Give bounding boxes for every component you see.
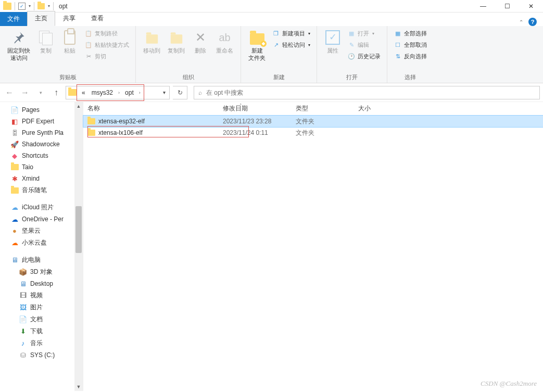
column-size[interactable]: 大小 xyxy=(358,104,400,113)
scroll-thumb[interactable] xyxy=(75,206,82,253)
sidebar-scrollbar[interactable]: ▲ ▼ xyxy=(74,102,83,391)
ribbon-collapse-icon[interactable]: ⌃ xyxy=(519,19,523,25)
address-bar[interactable]: « msys32 › opt › ▾ xyxy=(66,86,170,99)
sidebar-item-icon: ⬇ xyxy=(19,327,27,336)
sidebar-item-label: 音乐 xyxy=(30,339,43,348)
sidebar-item[interactable]: ☁iCloud 照片 xyxy=(0,201,83,213)
refresh-button[interactable]: ↻ xyxy=(173,86,187,99)
move-to-button[interactable]: 移动到 xyxy=(140,28,163,55)
recent-dropdown[interactable]: ▾ xyxy=(34,86,47,99)
breadcrumb-prefix[interactable]: « xyxy=(79,86,89,99)
scroll-up-icon[interactable]: ▲ xyxy=(74,102,83,110)
sidebar-item-label: 坚果云 xyxy=(22,226,41,235)
chevron-right-icon[interactable]: › xyxy=(116,90,122,95)
file-row[interactable]: xtensa-esp32-elf 2023/11/23 23:28 文件夹 xyxy=(83,116,543,127)
edit-button[interactable]: ✎编辑 xyxy=(345,40,383,50)
column-name[interactable]: 名称 xyxy=(87,104,223,113)
sidebar-item[interactable]: ◧PDF Expert xyxy=(0,116,83,127)
tab-view[interactable]: 查看 xyxy=(83,11,111,26)
file-type: 文件夹 xyxy=(296,129,358,137)
column-date[interactable]: 修改日期 xyxy=(223,104,296,113)
sidebar-item-label: Desktop xyxy=(30,280,53,287)
column-headers[interactable]: 名称 修改日期 类型 大小 ˄ xyxy=(83,102,543,116)
qat-checkbox-icon[interactable]: ✓ xyxy=(18,3,26,10)
group-label-clipboard: 剪贴板 xyxy=(4,73,131,82)
sidebar-item[interactable]: 🖥此电脑 xyxy=(0,254,83,266)
back-button[interactable]: ← xyxy=(3,86,16,99)
sidebar-item[interactable]: ◆Shortcuts xyxy=(0,150,83,161)
copy-label: 复制 xyxy=(40,47,52,54)
forward-button[interactable]: → xyxy=(19,86,31,99)
breadcrumb-seg-msys32[interactable]: msys32 xyxy=(89,86,116,99)
easy-access-button[interactable]: ↗轻松访问▾ xyxy=(270,40,312,50)
nav-bar: ← → ▾ ↑ « msys32 › opt › ▾ ↻ ⌕ xyxy=(0,83,543,102)
paste-button[interactable]: 粘贴 xyxy=(58,28,81,55)
pin-to-quick-access-button[interactable]: 固定到快 速访问 xyxy=(4,28,33,63)
breadcrumb-seg-opt[interactable]: opt xyxy=(122,86,137,99)
sidebar-item-label: 图片 xyxy=(30,303,43,312)
invert-selection-button[interactable]: ⇅反向选择 xyxy=(392,51,429,61)
group-label-open: 打开 xyxy=(321,73,383,82)
open-button[interactable]: ▦打开▾ xyxy=(345,28,383,39)
column-type[interactable]: 类型 xyxy=(296,104,358,113)
sidebar-item[interactable]: ☁OneDrive - Per xyxy=(0,213,83,225)
up-button[interactable]: ↑ xyxy=(50,86,62,99)
tab-file[interactable]: 文件 xyxy=(0,12,27,26)
sidebar-item[interactable]: 🚀Shadowrocke xyxy=(0,138,83,150)
sidebar-item-icon: 🖼 xyxy=(19,304,27,312)
sidebar-item[interactable]: 📄文档 xyxy=(0,313,83,325)
sidebar-item-icon: ● xyxy=(10,227,19,235)
sidebar-item-icon: 🎞 xyxy=(19,292,27,300)
sidebar-item[interactable]: 📄Pages xyxy=(0,104,83,116)
chevron-down-icon[interactable]: ▾ xyxy=(48,4,50,8)
sidebar-item[interactable]: Taio xyxy=(0,161,83,173)
close-button[interactable]: ✕ xyxy=(519,0,543,12)
paste-shortcut-button[interactable]: 📋粘贴快捷方式 xyxy=(82,40,131,50)
copy-to-button[interactable]: 复制到 xyxy=(165,28,188,55)
sidebar-item[interactable]: 🖥Desktop xyxy=(0,278,83,289)
file-row[interactable]: xtensa-lx106-elf 2023/11/24 0:11 文件夹 xyxy=(83,127,543,138)
sidebar-item[interactable]: 🖼图片 xyxy=(0,301,83,313)
search-input[interactable] xyxy=(206,89,535,96)
tab-share[interactable]: 共享 xyxy=(55,11,83,26)
history-button[interactable]: 🕑历史记录 xyxy=(345,51,383,61)
delete-button[interactable]: ✕删除 xyxy=(189,28,212,55)
scroll-down-icon[interactable]: ▼ xyxy=(74,383,83,391)
sidebar-item[interactable]: ⛁SYS (C:) xyxy=(0,349,83,361)
copy-path-button[interactable]: 📋复制路径 xyxy=(82,28,131,39)
select-all-button[interactable]: ▦全部选择 xyxy=(392,28,429,39)
location-folder-icon xyxy=(37,3,45,9)
sidebar-item-icon: ☁ xyxy=(10,215,19,223)
chevron-right-icon[interactable]: › xyxy=(137,90,143,95)
chevron-down-icon[interactable]: ▾ xyxy=(29,4,31,8)
minimize-button[interactable]: — xyxy=(471,0,495,12)
tab-home[interactable]: 主页 xyxy=(27,11,55,26)
sidebar-item[interactable]: ♪音乐 xyxy=(0,337,83,349)
sidebar-item[interactable]: 🎛Pure Synth Pla xyxy=(0,127,83,138)
sidebar-item[interactable]: 音乐随笔 xyxy=(0,184,83,196)
sidebar-item[interactable]: ☁小米云盘 xyxy=(0,237,83,249)
copy-button[interactable]: 复制 xyxy=(34,28,57,55)
select-none-button[interactable]: ☐全部取消 xyxy=(392,40,429,50)
rename-button[interactable]: ab重命名 xyxy=(213,28,236,55)
sidebar-item-label: 3D 对象 xyxy=(30,268,53,276)
file-name: xtensa-lx106-elf xyxy=(98,129,143,136)
file-type: 文件夹 xyxy=(296,117,358,126)
cut-button[interactable]: ✂剪切 xyxy=(82,51,131,61)
sidebar-item[interactable]: ●坚果云 xyxy=(0,225,83,237)
maximize-button[interactable]: ☐ xyxy=(495,0,519,12)
new-item-button[interactable]: ❐新建项目▾ xyxy=(270,28,312,39)
sidebar-item[interactable]: ⬇下载 xyxy=(0,325,83,337)
help-icon[interactable]: ? xyxy=(528,18,537,26)
search-box[interactable]: ⌕ xyxy=(194,86,540,99)
sidebar-item[interactable]: ✱Xmind xyxy=(0,173,83,184)
sidebar: 📄Pages◧PDF Expert🎛Pure Synth Pla🚀Shadowr… xyxy=(0,102,83,391)
sidebar-item[interactable]: 🎞视频 xyxy=(0,289,83,301)
address-dropdown-icon[interactable]: ▾ xyxy=(159,90,169,95)
new-folder-button[interactable]: 新建 文件夹 xyxy=(245,28,269,63)
sidebar-item-icon: ☁ xyxy=(10,239,19,247)
sidebar-item-label: SYS (C:) xyxy=(30,351,55,359)
properties-button[interactable]: ✓属性 xyxy=(321,28,344,55)
sidebar-item-label: 视频 xyxy=(30,291,43,300)
sidebar-item[interactable]: 📦3D 对象 xyxy=(0,266,83,278)
